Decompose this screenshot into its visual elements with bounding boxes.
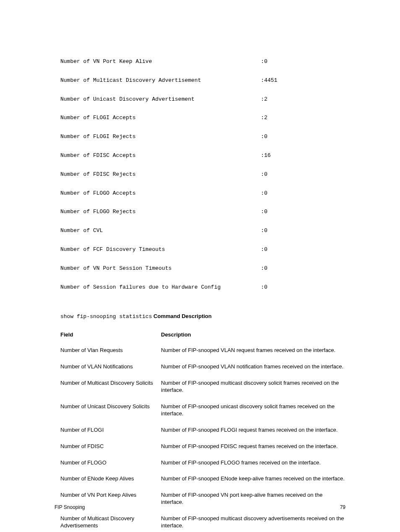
stat-row: Number of Session failures due to Hardwa… xyxy=(60,284,345,291)
description-table: Field Description Number of Vlan Request… xyxy=(60,331,345,532)
page-number: 79 xyxy=(340,504,345,510)
desc-cell: Number of FIP-snooped multicast discover… xyxy=(161,380,345,394)
table-row: Number of FDISCNumber of FIP-snooped FDI… xyxy=(60,443,345,450)
field-cell: Number of Multicast Discovery Advertisem… xyxy=(60,515,161,529)
field-cell: Number of FLOGO xyxy=(60,459,161,467)
stat-label: Number of FDISC Accepts xyxy=(60,153,261,159)
stat-value: 0 xyxy=(264,59,268,65)
stat-sep: : xyxy=(261,190,264,197)
footer-left: FIP Snooping xyxy=(55,504,85,510)
table-row: Number of VLAN NotificationsNumber of FI… xyxy=(60,363,345,370)
stat-row: Number of FCF Discovery Timeouts:0 xyxy=(60,247,345,253)
stat-row: Number of FLOGO Rejects:0 xyxy=(60,209,345,215)
stat-label: Number of VN Port Keep Alive xyxy=(60,59,261,65)
desc-cell: Number of FIP-snooped ENode keep-alive f… xyxy=(161,475,345,482)
stat-value: 0 xyxy=(264,266,268,272)
field-cell: Number of FDISC xyxy=(60,443,161,450)
stat-label: Number of VN Port Session Timeouts xyxy=(60,266,261,272)
table-row: Number of FLOGONumber of FIP-snooped FLO… xyxy=(60,459,345,467)
field-cell: Number of Vlan Requests xyxy=(60,347,161,354)
header-field: Field xyxy=(60,331,161,338)
stat-value: 0 xyxy=(264,134,268,140)
stat-label: Number of FLOGI Rejects xyxy=(60,134,261,140)
field-cell: Number of Unicast Discovery Solicits xyxy=(60,403,161,417)
field-cell: Number of FLOGI xyxy=(60,427,161,434)
stat-sep: : xyxy=(261,266,264,272)
table-row: Number of Vlan RequestsNumber of FIP-sno… xyxy=(60,347,345,354)
stat-value: 0 xyxy=(264,247,268,253)
stat-sep: : xyxy=(261,228,264,234)
stat-row: Number of FLOGI Accepts:2 xyxy=(60,115,345,121)
stat-value: 0 xyxy=(264,172,268,178)
statistics-block: Number of VN Port Keep Alive:0 Number of… xyxy=(60,46,345,303)
stat-sep: : xyxy=(261,59,264,65)
caption-mono: show fip-snooping statistics xyxy=(60,313,152,320)
table-row: Number of Unicast Discovery SolicitsNumb… xyxy=(60,403,345,417)
field-cell: Number of Multicast Discovery Solicits xyxy=(60,380,161,394)
stat-sep: : xyxy=(261,247,264,253)
stat-label: Number of CVL xyxy=(60,228,261,234)
table-row: Number of FLOGINumber of FIP-snooped FLO… xyxy=(60,427,345,434)
stat-row: Number of Unicast Discovery Advertisemen… xyxy=(60,96,345,103)
stat-sep: : xyxy=(261,78,264,84)
stat-value: 0 xyxy=(264,284,268,291)
caption: show fip-snooping statistics Command Des… xyxy=(60,313,345,320)
stat-row: Number of FLOGO Accepts:0 xyxy=(60,190,345,197)
stat-label: Number of FLOGO Accepts xyxy=(60,190,261,197)
stat-sep: : xyxy=(261,172,264,178)
field-cell: Number of VLAN Notifications xyxy=(60,363,161,370)
page: Number of VN Port Keep Alive:0 Number of… xyxy=(0,0,400,532)
desc-cell: Number of FIP-snooped VLAN notification … xyxy=(161,363,345,370)
table-row: Number of Multicast Discovery SolicitsNu… xyxy=(60,380,345,394)
desc-cell: Number of FIP-snooped FLOGO frames recei… xyxy=(161,459,345,467)
stat-label: Number of Session failures due to Hardwa… xyxy=(60,284,261,291)
header-desc: Description xyxy=(161,331,345,338)
table-header: Field Description xyxy=(60,331,345,338)
footer: FIP Snooping 79 xyxy=(55,504,345,510)
stat-label: Number of FCF Discovery Timeouts xyxy=(60,247,261,253)
stat-row: Number of Multicast Discovery Advertisem… xyxy=(60,78,345,84)
stat-sep: : xyxy=(261,96,264,103)
table-row: Number of Multicast Discovery Advertisem… xyxy=(60,515,345,529)
desc-cell: Number of FIP-snooped FLOGI request fram… xyxy=(161,427,345,434)
desc-cell: Number of FIP-snooped multicast discover… xyxy=(161,515,345,529)
caption-bold: Command Description xyxy=(152,313,211,319)
stat-value: 2 xyxy=(264,96,268,103)
stat-row: Number of CVL:0 xyxy=(60,228,345,234)
stat-value: 0 xyxy=(264,209,268,215)
stat-sep: : xyxy=(261,134,264,140)
stat-value: 0 xyxy=(264,190,268,197)
stat-row: Number of FLOGI Rejects:0 xyxy=(60,134,345,140)
stat-label: Number of Multicast Discovery Advertisem… xyxy=(60,78,261,84)
stat-row: Number of VN Port Session Timeouts:0 xyxy=(60,266,345,272)
desc-cell: Number of FIP-snooped unicast discovery … xyxy=(161,403,345,417)
stat-sep: : xyxy=(261,284,264,291)
stat-label: Number of FLOGO Rejects xyxy=(60,209,261,215)
stat-sep: : xyxy=(261,153,264,159)
stat-row: Number of FDISC Rejects:0 xyxy=(60,172,345,178)
stat-value: 2 xyxy=(264,115,268,121)
table-row: Number of ENode Keep AlivesNumber of FIP… xyxy=(60,475,345,482)
stat-value: 16 xyxy=(264,153,271,159)
stat-sep: : xyxy=(261,115,264,121)
stat-label: Number of FLOGI Accepts xyxy=(60,115,261,121)
stat-row: Number of FDISC Accepts:16 xyxy=(60,153,345,159)
stat-value: 0 xyxy=(264,228,268,234)
stat-row: Number of VN Port Keep Alive:0 xyxy=(60,59,345,65)
field-cell: Number of ENode Keep Alives xyxy=(60,475,161,482)
stat-sep: : xyxy=(261,209,264,215)
stat-value: 4451 xyxy=(264,78,277,84)
stat-label: Number of FDISC Rejects xyxy=(60,172,261,178)
desc-cell: Number of FIP-snooped FDISC request fram… xyxy=(161,443,345,450)
desc-cell: Number of FIP-snooped VLAN request frame… xyxy=(161,347,345,354)
stat-label: Number of Unicast Discovery Advertisemen… xyxy=(60,96,261,103)
